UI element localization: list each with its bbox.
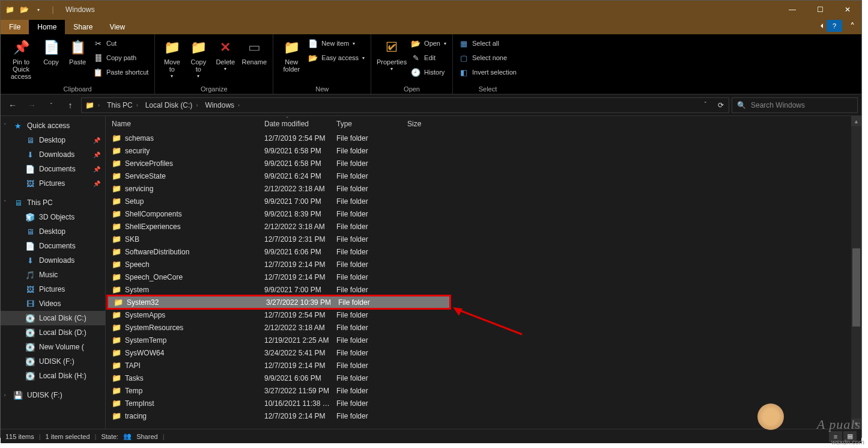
- sidebar-pc-item[interactable]: 💽Local Disk (C:): [1, 311, 105, 325]
- file-row[interactable]: 📁security9/9/2021 6:58 PMFile folder: [106, 144, 861, 157]
- collapse-ribbon-button[interactable]: ˄: [846, 20, 859, 33]
- qat-open-icon[interactable]: 📂: [17, 3, 31, 16]
- sidebar-pc-item[interactable]: 💽Local Disk (H:): [1, 369, 105, 383]
- sidebar-pc-item[interactable]: ⬇Downloads: [1, 253, 105, 268]
- breadcrumb-2[interactable]: Windows: [205, 101, 234, 109]
- select-all-button[interactable]: ▦Select all: [457, 37, 519, 50]
- file-row[interactable]: 📁Tasks9/9/2021 6:06 PMFile folder: [106, 372, 861, 384]
- sidebar-pc-item[interactable]: 🎞Videos: [1, 296, 105, 311]
- sidebar-pc-item[interactable]: 📄Documents: [1, 239, 105, 253]
- rename-button[interactable]: ▭ Rename: [239, 35, 269, 66]
- file-row[interactable]: 📁schemas12/7/2019 2:54 PMFile folder: [106, 132, 861, 144]
- sidebar-pc-item[interactable]: 🧊3D Objects: [1, 210, 105, 224]
- new-item-button[interactable]: 📄New item ▾: [306, 37, 367, 50]
- folder-icon: 📁: [114, 298, 123, 307]
- file-row[interactable]: 📁System9/9/2021 7:00 PMFile folder: [106, 283, 861, 296]
- select-none-button[interactable]: ▢Select none: [457, 51, 519, 64]
- col-type[interactable]: Type: [330, 120, 401, 128]
- recent-dropdown[interactable]: ˅: [43, 97, 59, 114]
- file-name: ShellExperiences: [125, 222, 181, 231]
- tab-view[interactable]: View: [101, 20, 133, 34]
- sidebar-udisk[interactable]: ›💾UDISK (F:): [1, 388, 105, 402]
- tab-share[interactable]: Share: [65, 20, 101, 34]
- history-icon: 🕘: [411, 68, 420, 77]
- qat-dropdown[interactable]: ▾: [32, 3, 45, 16]
- file-row[interactable]: 📁SysWOW643/24/2022 5:41 PMFile folder: [106, 346, 861, 359]
- file-row[interactable]: 📁ShellComponents9/9/2021 8:39 PMFile fol…: [106, 207, 861, 220]
- sidebar-this-pc[interactable]: ˅🖥This PC: [1, 195, 105, 210]
- sidebar-pc-item[interactable]: 🎵Music: [1, 268, 105, 282]
- column-headers[interactable]: Name Date modified Type Size: [106, 116, 861, 132]
- up-button[interactable]: ↑: [62, 97, 79, 114]
- paste-button[interactable]: 📋 Paste: [64, 35, 91, 66]
- address-bar[interactable]: 📁› This PC› Local Disk (C:)› Windows› ˅ …: [81, 97, 729, 113]
- sidebar-quick-item[interactable]: 🖥Desktop📌: [1, 133, 105, 147]
- sidebar-pc-item[interactable]: 💽Local Disk (D:): [1, 325, 105, 340]
- sidebar-quick-access[interactable]: ˅★Quick access: [1, 118, 105, 133]
- watermark-site: wsxdn.com: [831, 438, 864, 446]
- file-row[interactable]: 📁Speech12/7/2019 2:14 PMFile folder: [106, 258, 861, 271]
- copy-path-button[interactable]: 🛤Copy path: [91, 51, 151, 64]
- sidebar-quick-item[interactable]: 🖼Pictures📌: [1, 176, 105, 191]
- edit-button[interactable]: ✎Edit: [408, 51, 449, 64]
- easy-access-button[interactable]: 📂Easy access ▾: [306, 51, 367, 64]
- copy-button[interactable]: 📄 Copy: [38, 35, 64, 66]
- pin-to-quick-access-button[interactable]: 📌 Pin to Quick access: [4, 35, 38, 80]
- sidebar-pc-item[interactable]: 🖥Desktop: [1, 224, 105, 239]
- sidebar-pc-item[interactable]: 💽UDISK (F:): [1, 354, 105, 369]
- cut-button[interactable]: ✂Cut: [91, 37, 151, 50]
- file-row[interactable]: 📁SystemResources2/12/2022 3:18 AMFile fo…: [106, 321, 861, 334]
- file-row[interactable]: 📁TAPI12/7/2019 2:14 PMFile folder: [106, 359, 861, 372]
- tab-file[interactable]: File: [1, 20, 29, 34]
- breadcrumb-1[interactable]: Local Disk (C:): [145, 101, 193, 109]
- ribbon-group-open: 🗹 Properties▾ 📂Open ▾ ✎Edit 🕘History Ope…: [371, 34, 453, 94]
- close-button[interactable]: ✕: [834, 1, 861, 19]
- maximize-button[interactable]: ☐: [806, 1, 834, 19]
- file-row[interactable]: 📁Speech_OneCore12/7/2019 2:14 PMFile fol…: [106, 271, 861, 283]
- sidebar-pc-item[interactable]: 💽New Volume (: [1, 340, 105, 354]
- file-row[interactable]: 📁SoftwareDistribution9/9/2021 6:06 PMFil…: [106, 245, 861, 258]
- file-row[interactable]: 📁servicing2/12/2022 3:18 AMFile folder: [106, 182, 861, 195]
- sidebar-pc-item[interactable]: 🖼Pictures: [1, 282, 105, 296]
- file-row[interactable]: 📁SKB12/7/2019 2:31 PMFile folder: [106, 233, 861, 245]
- file-row[interactable]: 📁tracing12/7/2019 2:14 PMFile folder: [106, 410, 861, 422]
- vertical-scrollbar[interactable]: ▲ ▼: [851, 116, 861, 429]
- col-date[interactable]: Date modified: [258, 120, 330, 128]
- col-name[interactable]: Name: [106, 120, 258, 128]
- file-row[interactable]: 📁SystemTemp12/19/2021 2:25 AMFile folder: [106, 334, 861, 346]
- breadcrumb-0[interactable]: This PC: [107, 101, 133, 109]
- refresh-button[interactable]: ⟳: [713, 101, 729, 109]
- tab-home[interactable]: Home: [29, 20, 65, 34]
- invert-selection-button[interactable]: ◧Invert selection: [457, 66, 519, 79]
- move-to-button[interactable]: 📁 Move to▾: [159, 35, 185, 79]
- scroll-up-button[interactable]: ▲: [851, 116, 861, 126]
- file-row[interactable]: 📁Temp3/27/2022 11:59 PMFile folder: [106, 384, 861, 397]
- address-dropdown[interactable]: ˅: [697, 101, 713, 109]
- file-row[interactable]: 📁TempInst10/16/2021 11:38 …File folder: [106, 397, 861, 410]
- copy-to-button[interactable]: 📁 Copy to▾: [185, 35, 211, 79]
- back-button[interactable]: ←: [4, 97, 21, 114]
- file-row[interactable]: 📁SystemApps12/7/2019 2:54 PMFile folder: [106, 308, 861, 321]
- col-size[interactable]: Size: [401, 120, 447, 128]
- pin-icon: 📌: [11, 38, 31, 57]
- file-row[interactable]: 📁ShellExperiences2/12/2022 3:18 AMFile f…: [106, 220, 861, 233]
- open-button[interactable]: 📂Open ▾: [408, 37, 449, 50]
- scroll-thumb[interactable]: [852, 248, 860, 327]
- properties-button[interactable]: 🗹 Properties▾: [375, 35, 408, 72]
- sidebar-quick-item[interactable]: 📄Documents📌: [1, 162, 105, 176]
- minimize-button[interactable]: —: [778, 1, 806, 19]
- file-type: File folder: [330, 349, 401, 357]
- delete-button[interactable]: ✕ Delete▾: [211, 35, 239, 72]
- history-button[interactable]: 🕘History: [408, 66, 449, 79]
- file-row[interactable]: 📁ServiceState9/9/2021 6:24 PMFile folder: [106, 170, 861, 182]
- search-box[interactable]: 🔍 Search Windows: [732, 97, 858, 113]
- forward-button[interactable]: →: [23, 97, 40, 114]
- new-folder-button[interactable]: 📁 New folder: [277, 35, 306, 73]
- pc-icon: 🖥: [13, 198, 23, 207]
- file-row[interactable]: 📁Setup9/9/2021 7:00 PMFile folder: [106, 195, 861, 207]
- paste-shortcut-button[interactable]: 📋Paste shortcut: [91, 66, 151, 79]
- file-row[interactable]: 📁ServiceProfiles9/9/2021 6:58 PMFile fol…: [106, 157, 861, 170]
- file-row[interactable]: 📁System323/27/2022 10:39 PMFile folder: [108, 296, 450, 308]
- help-button[interactable]: ?: [827, 20, 842, 32]
- sidebar-quick-item[interactable]: ⬇Downloads📌: [1, 147, 105, 162]
